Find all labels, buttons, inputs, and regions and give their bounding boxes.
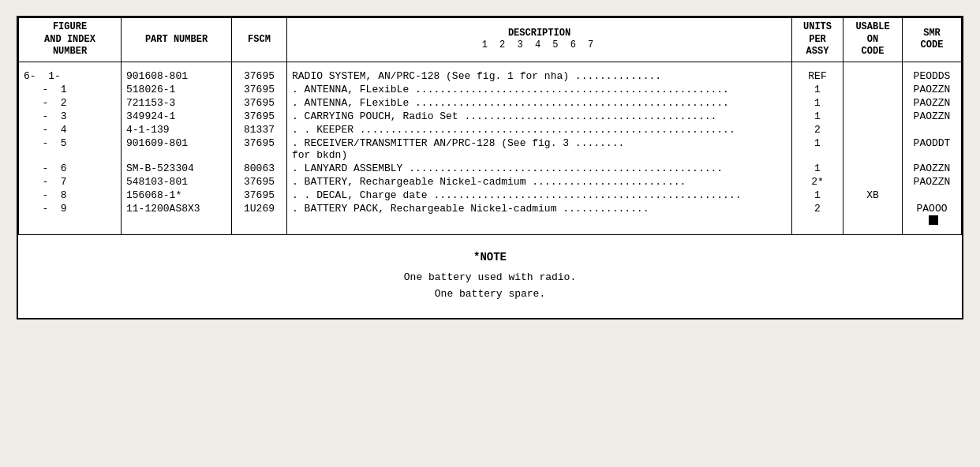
cell-figure: - 3 [19, 110, 122, 123]
cell-units: 2 [792, 202, 843, 235]
cell-usable [843, 62, 903, 83]
cell-fscm: 37695 [232, 96, 287, 110]
cell-smr: PAOZZN [903, 162, 962, 175]
cell-part: 4-1-139 [122, 123, 232, 136]
table-row: - 3 349924-1 37695 . CARRYING POUCH, Rad… [19, 110, 962, 123]
cell-figure: - 2 [19, 96, 122, 110]
cell-units: 1 [792, 96, 843, 110]
header-smr: SMRCODE [903, 18, 962, 62]
cell-desc: . . DECAL, Charge date .................… [287, 189, 792, 202]
cell-part: SM-B-523304 [122, 162, 232, 175]
cell-desc: . ANTENNA, FLexibLe ....................… [287, 83, 792, 96]
cell-fscm: 37695 [232, 136, 287, 162]
cell-part: 721153-3 [122, 96, 232, 110]
table-row: - 6 SM-B-523304 80063 . LANYARD ASSEMBLY… [19, 162, 962, 175]
cell-fscm: 1U269 [232, 202, 287, 235]
cell-desc: . LANYARD ASSEMBLY .....................… [287, 162, 792, 175]
cell-figure: - 9 [19, 202, 122, 235]
cell-smr [903, 189, 962, 202]
table-row: - 1 518026-1 37695 . ANTENNA, FLexibLe .… [19, 83, 962, 96]
cell-usable [843, 96, 903, 110]
cell-desc: . ANTENNA, FLexibLe ....................… [287, 96, 792, 110]
cell-part: 11-1200AS8X3 [122, 202, 232, 235]
cell-smr: PAOZZN [903, 110, 962, 123]
cell-units: 1 [792, 136, 843, 162]
note-line: One battery spare. [435, 288, 545, 300]
cell-fscm: 80063 [232, 162, 287, 175]
cell-figure: - 1 [19, 83, 122, 96]
note-line: One battery used with radio. [404, 271, 576, 283]
cell-smr: PAODDT [903, 136, 962, 162]
cell-usable [843, 136, 903, 162]
cell-desc: . BATTERY, Rechargeable Nickel-cadmium .… [287, 175, 792, 189]
table-row: - 2 721153-3 37695 . ANTENNA, FLexibLe .… [19, 96, 962, 110]
cell-figure: - 7 [19, 175, 122, 189]
cell-smr: PEODDS [903, 62, 962, 83]
note-text: One battery used with radio.One battery … [50, 270, 930, 303]
cell-desc: . CARRYING POUCH, Radio Set ............… [287, 110, 792, 123]
table-row: - 4 4-1-139 81337 . . KEEPER ...........… [19, 123, 962, 136]
header-usable: USABLEONCODE [843, 18, 903, 62]
cell-fscm: 37695 [232, 189, 287, 202]
cell-usable [843, 123, 903, 136]
table-row: - 5 901609-801 37695 . RECEIVER/TRANSMIT… [19, 136, 962, 162]
cell-part: 349924-1 [122, 110, 232, 123]
cell-fscm: 81337 [232, 123, 287, 136]
table-row: - 8 156068-1* 37695 . . DECAL, Charge da… [19, 189, 962, 202]
cell-figure: - 8 [19, 189, 122, 202]
note-section: *NOTE One battery used with radio.One ba… [18, 235, 962, 319]
cell-smr: PAOZZN [903, 83, 962, 96]
table-row: - 9 11-1200AS8X3 1U269 . BATTERY PACK, R… [19, 202, 962, 235]
cell-figure: - 5 [19, 136, 122, 162]
note-title: *NOTE [50, 251, 930, 263]
cell-units: 1 [792, 189, 843, 202]
cell-usable [843, 110, 903, 123]
cell-figure: 6- 1- [19, 62, 122, 83]
cell-smr: PAOZZN [903, 175, 962, 189]
cell-fscm: 37695 [232, 83, 287, 96]
header-figure: FIGUREAND INDEXNUMBER [19, 18, 122, 62]
cell-units: 1 [792, 162, 843, 175]
table-row: 6- 1- 901608-801 37695 RADIO SYSTEM, AN/… [19, 62, 962, 83]
cell-usable [843, 162, 903, 175]
table-row: - 7 548103-801 37695 . BATTERY, Recharge… [19, 175, 962, 189]
cell-fscm: 37695 [232, 175, 287, 189]
cell-usable [843, 83, 903, 96]
cell-smr: PAOZZN [903, 96, 962, 110]
cell-units: REF [792, 62, 843, 83]
cell-smr: PAOOO [903, 202, 962, 235]
header-fscm: FSCM [232, 18, 287, 62]
page-container: FIGUREAND INDEXNUMBER PART NUMBER FSCM D… [17, 16, 963, 319]
cell-units: 2 [792, 123, 843, 136]
cell-figure: - 6 [19, 162, 122, 175]
cell-units: 1 [792, 110, 843, 123]
cell-figure: - 4 [19, 123, 122, 136]
cell-usable [843, 202, 903, 235]
cell-units: 2* [792, 175, 843, 189]
cell-part: 548103-801 [122, 175, 232, 189]
end-marker [929, 215, 938, 225]
cell-part: 156068-1* [122, 189, 232, 202]
cell-fscm: 37695 [232, 110, 287, 123]
cell-desc: . RECEIVER/TRANSMITTER AN/PRC-128 (See f… [287, 136, 792, 162]
cell-desc: RADIO SYSTEM, AN/PRC-128 (See fig. 1 for… [287, 62, 792, 83]
cell-smr [903, 123, 962, 136]
cell-part: 901608-801 [122, 62, 232, 83]
header-units: UNITSPERASSY [792, 18, 843, 62]
header-desc: DESCRIPTION1 2 3 4 5 6 7 [287, 18, 792, 62]
header-part: PART NUMBER [122, 18, 232, 62]
cell-part: 901609-801 [122, 136, 232, 162]
cell-usable [843, 175, 903, 189]
cell-usable: XB [843, 189, 903, 202]
cell-fscm: 37695 [232, 62, 287, 83]
cell-units: 1 [792, 83, 843, 96]
cell-desc: . BATTERY PACK, Rechargeable Nickel-cadm… [287, 202, 792, 235]
cell-desc: . . KEEPER .............................… [287, 123, 792, 136]
cell-part: 518026-1 [122, 83, 232, 96]
parts-table: FIGUREAND INDEXNUMBER PART NUMBER FSCM D… [18, 17, 962, 235]
